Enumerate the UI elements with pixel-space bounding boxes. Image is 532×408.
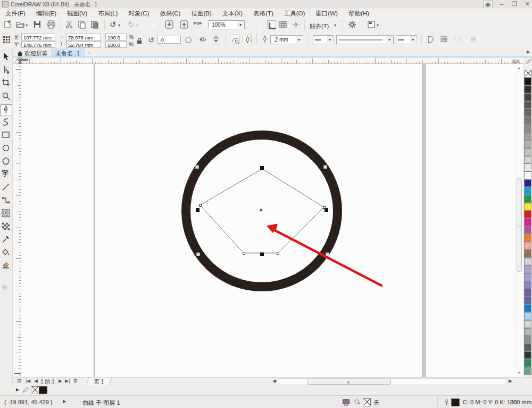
color-swatch[interactable] — [524, 359, 531, 367]
selection-handle-top-left[interactable] — [195, 165, 199, 169]
status-flyout-icon[interactable]: ▶ — [63, 399, 66, 404]
color-swatch[interactable] — [524, 140, 531, 148]
arrowhead-end-combo[interactable]: ▼ — [396, 35, 417, 44]
color-swatch[interactable] — [524, 172, 531, 179]
wrap-text-icon[interactable] — [439, 35, 449, 45]
selection-handle-right-middle[interactable] — [325, 208, 328, 212]
contour-tool[interactable] — [2, 209, 11, 218]
interactive-fill-tool[interactable] — [2, 248, 11, 258]
scroll-down-icon[interactable]: ▼ — [517, 371, 521, 374]
color-swatch[interactable] — [524, 297, 531, 305]
fill-none-swatch[interactable] — [363, 398, 371, 406]
previous-page-icon[interactable]: ◀ — [34, 378, 38, 383]
next-page-icon[interactable]: ▶ — [59, 378, 62, 383]
fill-status-icon[interactable] — [353, 398, 361, 406]
color-swatch[interactable] — [524, 125, 531, 133]
import-icon[interactable] — [165, 20, 174, 30]
color-swatch[interactable] — [524, 234, 531, 242]
chevron-down-icon[interactable]: ▼ — [327, 36, 333, 43]
curve-node-bottom-left[interactable] — [243, 252, 245, 255]
dimension-tool[interactable] — [2, 183, 11, 192]
rectangle-tool[interactable] — [2, 130, 11, 140]
hscroll-right-icon[interactable]: ▶ — [509, 378, 512, 383]
add-page-icon[interactable]: ⊞ — [17, 378, 21, 383]
restore-button[interactable]: ❐ — [509, 1, 520, 8]
palette-edit-icon[interactable] — [526, 59, 531, 64]
color-swatch[interactable] — [524, 210, 531, 218]
color-swatch[interactable] — [524, 336, 531, 344]
outline-color-swatch[interactable] — [451, 398, 460, 406]
height-field[interactable]: 52.784 mm — [66, 41, 101, 48]
drawing-canvas[interactable]: × — [21, 64, 515, 377]
line-style-combo[interactable]: ▼ — [336, 35, 394, 44]
color-swatch[interactable] — [524, 133, 531, 141]
publish-pdf-icon[interactable]: PDF — [194, 21, 203, 30]
color-swatch[interactable] — [524, 164, 531, 172]
new-document-icon[interactable] — [3, 20, 13, 30]
chevron-down-icon[interactable]: ▼ — [410, 36, 416, 43]
x-position-field[interactable]: 107.772 mm — [21, 34, 55, 40]
outline-pen-icon[interactable] — [443, 398, 450, 406]
scroll-up-icon[interactable]: ▲ — [517, 66, 521, 70]
horizontal-scrollbar[interactable] — [279, 378, 506, 385]
curve-node-bottom-right[interactable] — [277, 252, 279, 255]
smart-fill-tool[interactable] — [2, 261, 11, 271]
outline-width-combo[interactable]: .2 mm▼ — [270, 35, 303, 44]
connector-tool[interactable] — [2, 196, 11, 206]
width-field[interactable]: 78.978 mm — [66, 34, 101, 40]
snap-to-button[interactable]: 贴齐(T) — [310, 22, 329, 30]
chevron-down-icon[interactable]: ▼ — [386, 36, 393, 43]
text-tool[interactable]: 字 — [2, 169, 11, 178]
zoom-tool[interactable] — [2, 92, 11, 101]
hscroll-left-icon[interactable]: ◀ — [272, 378, 276, 383]
color-swatch[interactable] — [524, 85, 531, 93]
export-icon[interactable] — [180, 20, 189, 30]
selection-handle-bottom-middle[interactable] — [260, 252, 264, 256]
fullscreen-preview-icon[interactable] — [250, 21, 260, 30]
scale-h-field[interactable]: 100.0 — [105, 34, 127, 40]
color-swatch[interactable] — [524, 93, 531, 101]
color-swatch[interactable] — [524, 156, 531, 164]
color-swatch[interactable] — [524, 352, 531, 360]
close-button[interactable]: ✕ — [521, 1, 532, 8]
menu-item[interactable]: 工具(O) — [279, 9, 311, 18]
color-swatch[interactable] — [524, 344, 531, 352]
color-swatch[interactable] — [524, 203, 531, 211]
add-preset-icon[interactable]: ⊕ — [470, 35, 480, 44]
document-palette-black-swatch[interactable] — [39, 386, 47, 394]
print-icon[interactable] — [47, 20, 56, 30]
blur-icon[interactable] — [453, 35, 463, 45]
color-swatch[interactable] — [524, 328, 531, 336]
horizontal-ruler[interactable]: 4020020406080100120140160180200220240260 — [21, 58, 524, 64]
select-all-nodes-icon[interactable] — [243, 35, 252, 44]
y-position-field[interactable]: 148.776 mm — [21, 41, 55, 48]
copy-icon[interactable] — [78, 20, 87, 30]
menu-item[interactable]: 效果(C) — [154, 9, 186, 18]
zoom-level-combo[interactable]: 100%▼ — [209, 20, 245, 29]
close-curve-icon[interactable] — [426, 35, 435, 45]
account-icon[interactable]: ▣ — [483, 1, 493, 9]
menu-item[interactable]: 窗口(W) — [310, 9, 343, 18]
selection-handle-top-middle[interactable] — [260, 166, 264, 170]
customize-toolbox-button[interactable]: ⊕ — [2, 283, 11, 292]
pick-tool[interactable] — [2, 52, 11, 62]
menu-item[interactable]: 布局(L) — [93, 9, 123, 18]
color-swatch[interactable] — [524, 312, 531, 320]
open-icon[interactable] — [16, 20, 26, 30]
ellipse-tool[interactable] — [2, 144, 11, 153]
add-page-end-icon[interactable]: ⊞ — [73, 378, 78, 383]
document-palette-edit-icon[interactable] — [22, 387, 29, 393]
color-swatch[interactable] — [524, 265, 531, 273]
menu-item[interactable]: 文件(F) — [0, 9, 31, 18]
color-swatch[interactable] — [524, 195, 531, 203]
search-content-icon[interactable] — [150, 21, 160, 30]
document-palette-no-color[interactable] — [31, 386, 39, 394]
menu-item[interactable]: 编辑(E) — [31, 9, 62, 18]
options-gear-icon[interactable] — [348, 20, 358, 30]
angle-field[interactable]: .0 — [157, 36, 181, 44]
menu-item[interactable]: 表格(T) — [248, 9, 279, 18]
undo-dropdown[interactable]: ▾ — [118, 23, 128, 32]
color-swatch[interactable] — [524, 78, 531, 86]
color-swatch[interactable] — [524, 101, 531, 109]
launcher-icon[interactable] — [367, 20, 377, 30]
